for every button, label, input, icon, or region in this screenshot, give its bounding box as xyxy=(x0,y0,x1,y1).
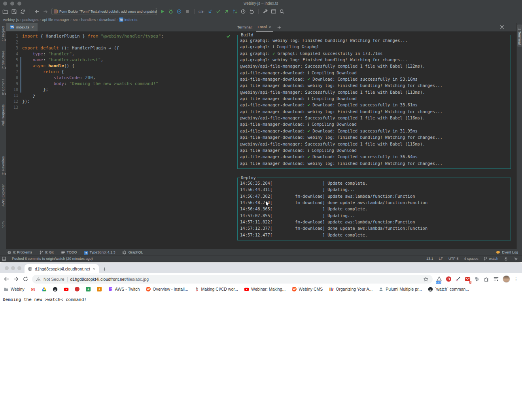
tool-stripe-aws-explorer[interactable]: AWS Explorer xyxy=(1,184,5,206)
line-ending-indicator[interactable]: LF xyxy=(439,257,443,261)
history-icon[interactable] xyxy=(240,9,246,14)
bookmark-star-icon[interactable] xyxy=(423,276,429,282)
webiny-icon: W xyxy=(291,287,297,292)
terminal-output[interactable]: Build api-graphql: webiny log: Finished … xyxy=(234,32,516,249)
bookmark-item[interactable]: WWebiny CMS xyxy=(291,287,323,292)
new-terminal-tab-button[interactable] xyxy=(277,25,282,30)
breadcrumb-item[interactable]: download xyxy=(99,17,115,22)
terminal-tab-local[interactable]: Local ✕ xyxy=(256,23,273,32)
rollback-icon[interactable] xyxy=(249,9,254,14)
encoding-indicator[interactable]: UTF-8 xyxy=(448,257,459,261)
caret-position[interactable]: 13:1 xyxy=(426,257,433,261)
tool-stripe-pull-requests[interactable]: Pull Requests xyxy=(1,104,5,127)
bookmark-item[interactable]: Pulumi Multiple pr... xyxy=(378,287,422,292)
breadcrumb-item[interactable]: webiny-js xyxy=(3,17,19,22)
wrench-icon[interactable] xyxy=(263,9,268,14)
tool-stripe-terminal[interactable]: Terminal xyxy=(517,25,522,47)
git-push-button[interactable] xyxy=(224,9,229,14)
misc-extension-icon[interactable] xyxy=(474,276,480,282)
address-bar[interactable]: Not Secure d1hgd8csopkt4i.cloudfront.net… xyxy=(32,275,433,284)
tool-stripe-structure[interactable]: 7: Structure xyxy=(1,51,5,69)
breadcrumb-item[interactable]: packages xyxy=(23,17,39,22)
editor-tab-index-ts[interactable]: TS index.ts ✕ xyxy=(6,23,38,31)
stop-button[interactable] xyxy=(185,9,190,14)
toolwindow-button-typescript-4.1.3[interactable]: TSTypeScript 4.1.3 xyxy=(84,250,115,255)
editor-code[interactable]: 1import { HandlerPlugin } from "@webiny/… xyxy=(6,32,234,249)
extensions-puzzle-icon[interactable] xyxy=(484,276,490,282)
status-message[interactable]: Pushed 6 commits to origin/watch (20 min… xyxy=(12,257,93,261)
bookmark-item[interactable]: Making CI/CD wor... xyxy=(194,287,238,292)
close-window-button[interactable] xyxy=(5,266,9,270)
mail-extension-icon[interactable]: 5 xyxy=(465,276,471,282)
build-log-lines: api-graphql: webiny log: Finished bundli… xyxy=(240,37,508,166)
playlist-extension-icon[interactable] xyxy=(493,276,499,282)
bookmark-item[interactable]: `watch` comman... xyxy=(428,287,469,292)
close-tab-icon[interactable] xyxy=(92,267,96,271)
run-button[interactable] xyxy=(160,9,165,14)
hide-terminal-icon[interactable] xyxy=(508,25,513,30)
forward-button[interactable] xyxy=(13,276,19,282)
back-icon[interactable] xyxy=(34,9,40,15)
timer-extension-icon[interactable]: 2.26 xyxy=(436,276,442,282)
zoom-window-button[interactable] xyxy=(17,266,21,270)
git-branch-widget[interactable]: watch xyxy=(484,257,498,261)
run-configuration-select[interactable]: Form Builder "Form" Test.should publish,… xyxy=(51,8,157,15)
breadcrumb-item[interactable]: src xyxy=(73,17,78,22)
reload-button[interactable] xyxy=(23,276,28,282)
tool-stripe-npm[interactable]: npm xyxy=(1,221,5,229)
toolwindow-button-6-problems[interactable]: 6: Problems xyxy=(7,250,32,255)
sync-icon[interactable] xyxy=(20,9,26,15)
breadcrumb-item[interactable]: handlers xyxy=(81,17,96,22)
toolwindow-button-9-git[interactable]: 9: Git xyxy=(39,250,54,255)
ide-main: 1: Project7: Structure0: CommitPull Requ… xyxy=(0,23,522,249)
bookmark-item[interactable]: WOverview - Install... xyxy=(146,287,188,292)
git-update-button[interactable] xyxy=(207,9,213,14)
save-all-icon[interactable] xyxy=(11,9,17,15)
search-icon[interactable] xyxy=(279,9,285,14)
new-tab-button[interactable] xyxy=(102,267,107,272)
event-log-button[interactable]: Event Log xyxy=(496,250,518,255)
close-terminal-tab-icon[interactable]: ✕ xyxy=(269,25,272,29)
indent-indicator[interactable]: 4 spaces xyxy=(464,257,478,261)
open-folder-icon[interactable] xyxy=(2,9,8,15)
browser-menu-icon[interactable]: ⋮ xyxy=(514,277,518,282)
toolwindow-toggle-icon[interactable] xyxy=(2,256,6,261)
back-button[interactable] xyxy=(4,276,9,282)
write-access-lock-icon[interactable] xyxy=(504,257,508,261)
colorpicker-extension-icon[interactable] xyxy=(455,276,461,282)
profile-avatar[interactable] xyxy=(503,275,510,283)
debug-button[interactable] xyxy=(168,9,174,14)
bookmark-item[interactable]: AWS - Twitch xyxy=(108,287,140,292)
close-tab-icon[interactable]: ✕ xyxy=(31,25,34,29)
tool-stripe-favorites[interactable]: 2: Favorites xyxy=(1,156,5,175)
git-compare-button[interactable] xyxy=(232,9,238,14)
forward-icon[interactable] xyxy=(43,9,49,15)
bookmark-item[interactable]: + xyxy=(86,287,91,292)
breadcrumb-item[interactable]: api-file-manager xyxy=(42,17,69,22)
toolwindow-button-todo[interactable]: TODO xyxy=(61,250,77,255)
build-log-line: api-file-manager-download: webiny log: F… xyxy=(240,108,508,115)
bookmark-item[interactable]: Webinar: Making... xyxy=(244,287,286,292)
tool-window-icon[interactable] xyxy=(271,9,276,14)
toolwindow-button-graphql[interactable]: GraphQL xyxy=(122,250,143,255)
bookmark-item[interactable]: Organizing Your A... xyxy=(329,287,373,292)
git-commit-button[interactable] xyxy=(216,9,221,14)
bookmark-item[interactable]: λ xyxy=(97,287,102,292)
bookmark-item[interactable] xyxy=(42,287,47,292)
highlighting-level-icon[interactable] xyxy=(514,257,518,261)
tool-stripe-project[interactable]: 1: Project xyxy=(1,26,5,41)
bookmark-item[interactable] xyxy=(64,287,69,292)
build-log-line: api-file-manager-download: ℹ Compiling D… xyxy=(240,70,508,76)
breadcrumb-item[interactable]: TSindex.ts xyxy=(119,17,138,22)
bookmark-item[interactable] xyxy=(75,287,80,292)
adblock-extension-icon[interactable] xyxy=(446,276,452,282)
minimize-window-button[interactable] xyxy=(11,266,15,270)
bookmark-item[interactable]: M xyxy=(30,287,36,292)
bookmark-item[interactable]: Webiny xyxy=(4,287,25,292)
tool-stripe-commit[interactable]: 0: Commit xyxy=(1,79,5,95)
browser-tab[interactable]: d1hgd8csopkt4i.cloudfront.net xyxy=(25,264,99,273)
run-with-coverage-button[interactable] xyxy=(176,9,182,14)
bookmark-item[interactable] xyxy=(53,287,58,292)
terminal-settings-gear-icon[interactable] xyxy=(499,25,505,30)
not-secure-warning-icon[interactable] xyxy=(36,277,41,282)
